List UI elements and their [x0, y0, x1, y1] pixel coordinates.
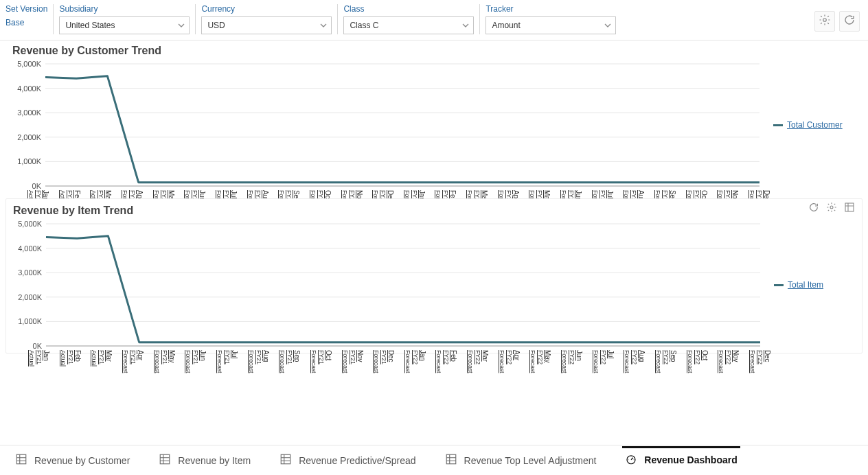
- xtick-label: SepFY21Forecast: [278, 350, 301, 373]
- line-chart: 0K1,000K2,000K3,000K4,000K5,000K: [12, 220, 767, 350]
- tab-revenue-predictive-spread[interactable]: Revenue Predictive/Spread: [277, 446, 418, 474]
- filter-label: Currency: [201, 4, 332, 14]
- xtick-label: JulFY21Forecast: [216, 350, 238, 373]
- legend-swatch: [774, 284, 784, 286]
- svg-text:2,000K: 2,000K: [18, 293, 43, 301]
- xtick-label: NovFY22Forecast: [717, 350, 740, 373]
- chart-expand-button[interactable]: [843, 202, 856, 216]
- xtick-label: FebFY21Actual: [59, 350, 82, 367]
- chart-title: Revenue by Customer Trend: [12, 45, 857, 57]
- svg-text:4,000K: 4,000K: [18, 244, 43, 253]
- tab-revenue-dashboard[interactable]: Revenue Dashboard: [622, 446, 740, 474]
- xtick-label: MayFY21Forecast: [153, 350, 176, 373]
- expand-icon: [844, 202, 855, 216]
- svg-text:3,000K: 3,000K: [17, 108, 42, 117]
- xtick-label: SepFY22Forecast: [654, 350, 677, 373]
- tab-revenue-by-item[interactable]: Revenue by Item: [156, 446, 253, 474]
- filter-actions: [814, 4, 863, 32]
- tab-label: Revenue by Item: [178, 455, 251, 466]
- subsidiary-dropdown[interactable]: United States: [59, 16, 190, 34]
- sheet-icon: [15, 453, 27, 467]
- filter-tracker: Tracker Amount: [479, 4, 621, 34]
- svg-text:1,000K: 1,000K: [17, 157, 42, 165]
- xtick-label: MarFY22Forecast: [466, 350, 489, 373]
- xtick-label: MayFY22Forecast: [529, 350, 551, 373]
- legend-item[interactable]: Total Customer: [773, 120, 843, 130]
- xtick-label: OctFY22Forecast: [686, 350, 709, 373]
- chart-refresh-button[interactable]: [807, 202, 821, 216]
- tab-label: Revenue Dashboard: [644, 454, 737, 465]
- chevron-down-icon: [604, 22, 611, 29]
- xtick-label: NovFY21Forecast: [341, 350, 364, 373]
- chart-revenue-by-customer-trend: Revenue by Customer Trend 0K1,000K2,000K…: [5, 45, 863, 193]
- xtick-label: OctFY21Forecast: [310, 350, 332, 373]
- tab-revenue-by-customer[interactable]: Revenue by Customer: [12, 446, 133, 474]
- filter-subsidiary: Subsidiary United States: [53, 4, 195, 34]
- xtick-label: JulFY22Forecast: [592, 350, 615, 373]
- xtick-label: MarFY21Actual: [90, 350, 113, 367]
- refresh-button[interactable]: [839, 11, 860, 32]
- svg-text:0K: 0K: [33, 342, 43, 350]
- svg-text:5,000K: 5,000K: [18, 220, 43, 228]
- svg-point-0: [823, 19, 827, 22]
- chart-title: Revenue by Item Trend: [13, 205, 856, 217]
- sheet-icon: [159, 453, 171, 467]
- gear-icon: [819, 14, 831, 29]
- chart-settings-button[interactable]: [825, 202, 838, 216]
- svg-text:4,000K: 4,000K: [17, 84, 42, 93]
- legend-swatch: [773, 124, 783, 126]
- refresh-icon: [808, 202, 819, 216]
- chevron-down-icon: [178, 22, 185, 29]
- xtick-label: JunFY22Forecast: [560, 350, 583, 373]
- tracker-dropdown[interactable]: Amount: [486, 16, 616, 34]
- chart-xaxis: JanFY21ActualFebFY21ActualMarFY21ActualA…: [46, 350, 767, 398]
- dashboard-icon: [625, 453, 637, 467]
- refresh-icon: [843, 14, 856, 29]
- dropdown-value: USD: [207, 21, 225, 30]
- sheet-icon: [445, 453, 457, 467]
- dropdown-value: Class C: [350, 21, 378, 30]
- legend-label: Total Customer: [787, 120, 843, 130]
- chart-revenue-by-item-trend: Revenue by Item Trend 0K1,000K2,000K3,00…: [5, 198, 863, 354]
- filter-label: Class: [343, 4, 474, 14]
- dropdown-value: Amount: [492, 21, 520, 30]
- tab-revenue-top-level-adjustment[interactable]: Revenue Top Level Adjustment: [442, 446, 599, 474]
- gear-icon: [826, 202, 837, 216]
- svg-text:2,000K: 2,000K: [17, 133, 42, 141]
- legend-item[interactable]: Total Item: [774, 280, 823, 290]
- currency-dropdown[interactable]: USD: [201, 16, 332, 34]
- filter-currency: Currency USD: [195, 4, 337, 34]
- svg-rect-28: [161, 454, 170, 464]
- svg-point-13: [830, 206, 833, 209]
- svg-rect-27: [16, 454, 26, 464]
- filter-set-version: Set Version Base: [5, 4, 53, 27]
- svg-rect-30: [446, 454, 456, 464]
- chart-legend: Total Item: [767, 220, 856, 350]
- xtick-label: DecFY21Forecast: [372, 350, 395, 373]
- tab-label: Revenue Top Level Adjustment: [464, 455, 597, 466]
- svg-text:3,000K: 3,000K: [18, 268, 43, 277]
- chevron-down-icon: [320, 22, 327, 29]
- filter-label: Subsidiary: [59, 4, 190, 14]
- xtick-label: JanFY22Forecast: [404, 350, 426, 373]
- tab-label: Revenue by Customer: [34, 455, 130, 466]
- chart-legend: Total Customer: [766, 60, 857, 190]
- dropdown-value: United States: [65, 21, 115, 30]
- xtick-label: AugFY22Forecast: [623, 350, 646, 373]
- sheet-icon: [279, 453, 292, 467]
- xtick-label: FebFY22Forecast: [435, 350, 457, 373]
- filter-value[interactable]: Base: [5, 16, 47, 27]
- filter-label: Set Version: [5, 4, 47, 14]
- line-chart: 0K1,000K2,000K3,000K4,000K5,000K: [11, 60, 766, 190]
- filter-label: Tracker: [486, 4, 616, 14]
- settings-button[interactable]: [814, 11, 835, 32]
- xtick-label: AprFY22Forecast: [498, 350, 521, 373]
- tab-label: Revenue Predictive/Spread: [299, 455, 415, 466]
- legend-label: Total Item: [788, 280, 823, 290]
- svg-rect-14: [845, 203, 854, 211]
- filter-class: Class Class C: [337, 4, 479, 34]
- xtick-label: JanFY21Actual: [27, 350, 50, 367]
- class-dropdown[interactable]: Class C: [343, 16, 474, 34]
- xtick-label: JunFY21Forecast: [184, 350, 207, 373]
- chart-toolbar: [807, 202, 856, 216]
